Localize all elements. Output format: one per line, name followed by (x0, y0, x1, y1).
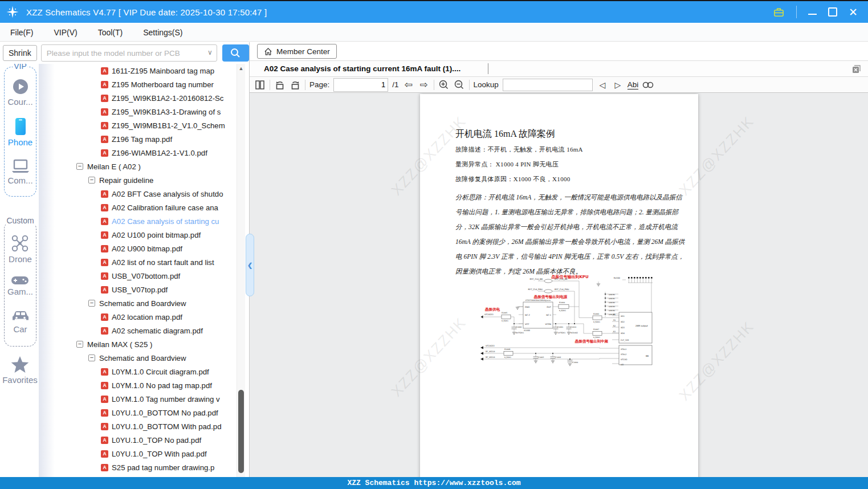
tree-item[interactable]: AA02 schematic diagram.pdf (40, 324, 237, 337)
tree-node[interactable]: −Schematic and Boardview (40, 296, 237, 310)
tree-node[interactable]: −Schematic and Boardview (40, 351, 237, 365)
scroll-up-icon[interactable]: ▲ (237, 66, 245, 71)
tree-item[interactable]: AZ196-WIAMB1A2-1-V1.0.pdf (40, 146, 237, 160)
sidebar-item-drone[interactable]: Drone (9, 234, 32, 264)
collapse-minus-icon[interactable]: − (88, 300, 95, 307)
pdf-file-icon: A (101, 396, 108, 403)
tree-item-label: A02 schematic diagram.pdf (112, 327, 203, 335)
tree-item[interactable]: AA02 Calibration failure case ana (40, 201, 237, 214)
tree-item-label: Z196 Tag map.pdf (112, 135, 172, 144)
collapse-minus-icon[interactable]: − (76, 341, 83, 348)
minimize-icon[interactable] (808, 14, 817, 15)
highlight-all-icon[interactable] (642, 79, 654, 91)
schematic-label: C1003 (538, 356, 544, 358)
tree-item[interactable]: AUSB_V07top.pdf (40, 283, 237, 296)
sidebar-item-phone[interactable]: Phone (8, 117, 32, 147)
double-page-icon[interactable] (254, 79, 266, 91)
sidebar-item-com[interactable]: Com... (7, 158, 32, 185)
tree-node[interactable]: −Meilan MAX ( S25 ) (40, 337, 237, 351)
schematic-label: GND (525, 306, 529, 308)
lookup-input[interactable] (503, 79, 593, 91)
menu-item-settingss[interactable]: Settings(S) (143, 28, 182, 37)
tree-node[interactable]: −Repair guideline (40, 173, 237, 187)
tree-item[interactable]: AA02 U900 bitmap.pdf (40, 242, 237, 255)
menu-item-vipv[interactable]: VIP(V) (54, 28, 77, 37)
schematic-label: GND-B4 (609, 309, 615, 312)
title-bar: XZZ Schematics V4.77 [ VIP Due date: 202… (0, 0, 868, 23)
collapse-minus-icon[interactable]: − (88, 177, 95, 184)
tree-item[interactable]: AA02 Case analysis of starting cu (40, 214, 237, 228)
search-icon (230, 47, 241, 59)
maximize-icon[interactable] (828, 7, 837, 17)
tree-item-label: A02 U100 point bitmap.pdf (112, 231, 201, 239)
tree-item[interactable]: AS25 pad tag number drawing.p (40, 461, 237, 474)
pdf-viewer[interactable]: 开机电流 16mA 故障案例 故障描述：不开机，无触发，开机电流 16mA 量测… (250, 93, 868, 477)
tree-item[interactable]: AL0YU.1.0_BOTTOM With pad.pd (40, 419, 237, 433)
schematic-label: XT25F2K06DIACDMUKysxxx (525, 299, 551, 301)
tree-item[interactable]: A1611-Z195 Mainboard tag map (40, 64, 237, 78)
tree-item[interactable]: AZ195_WI9KB1A2-1-20160812-Sc (40, 91, 237, 105)
zoom-in-icon[interactable] (438, 79, 450, 91)
briefcase-icon[interactable] (773, 6, 785, 18)
tree-item[interactable]: AL0YM.1.0 No pad tag map.pdf (40, 378, 237, 392)
search-button[interactable] (222, 44, 249, 62)
schematic-label: 0_R201 (502, 320, 508, 322)
tree-item[interactable]: AL0YM.1.0 Tag number drawing v (40, 392, 237, 406)
panel-collapse-handle[interactable]: ❮ (246, 234, 254, 296)
menu-item-filef[interactable]: File(F) (10, 28, 33, 37)
collapse-minus-icon[interactable]: − (76, 163, 83, 170)
tree-item[interactable]: AZ195_WI9MB1B1-2_V1.0_Schem (40, 119, 237, 132)
match-case-icon[interactable]: Abi (627, 80, 639, 89)
pdf-file-icon: A (101, 437, 108, 444)
tree-node[interactable]: −Meilan E ( A02 ) (40, 160, 237, 173)
tab-active[interactable]: A02 Case analysis of starting current 16… (264, 64, 461, 73)
lookup-label: Lookup (474, 80, 499, 89)
tree-scrollbar-thumb[interactable] (238, 390, 244, 473)
shrink-button[interactable]: Shrink (3, 45, 37, 61)
member-center-button[interactable]: Member Center (257, 44, 337, 59)
sidebar-item-label: Phone (8, 137, 32, 147)
tree-item[interactable]: AL0YU.1.0_TOP With pad.pdf (40, 447, 237, 461)
tree-item[interactable]: AA02 U100 point bitmap.pdf (40, 228, 237, 242)
tree-item-label: L0YU.1.0_TOP No pad.pdf (112, 436, 201, 445)
sidebar-item-cour[interactable]: Cour... (7, 78, 32, 107)
tree-item[interactable]: AZ195_WI9KB1A3-1-Drawing of s (40, 105, 237, 119)
pdf-file-icon: A (101, 108, 108, 116)
tree-scrollbar[interactable]: ▲ (237, 64, 245, 477)
tree-item-label: 1611-Z195 Mainboard tag map (112, 67, 214, 75)
find-prev-icon[interactable]: ◁ (597, 79, 608, 91)
prev-page-icon[interactable]: ⇦ (403, 79, 414, 91)
menu-item-toolt[interactable]: Tool(T) (98, 28, 123, 37)
tree-item[interactable]: AA02 list of no start fault and list (40, 255, 237, 269)
tree-item[interactable]: AL0YU.1.0_BOTTOM No pad.pdf (40, 406, 237, 419)
star-icon (10, 356, 30, 374)
tree-item[interactable]: AL0YU.1.0_TOP No pad.pdf (40, 433, 237, 447)
sidebar-item-favorites[interactable]: Favorites (0, 356, 40, 385)
rotate-right-icon[interactable] (290, 79, 301, 91)
tree-item[interactable]: AA02 BFT Case analysis of shutdo (40, 187, 237, 201)
tree-item[interactable]: AA02 location map.pdf (40, 310, 237, 324)
find-next-icon[interactable]: ▷ (612, 79, 624, 91)
schematic-label: 9nFR201 (516, 332, 524, 334)
close-icon[interactable]: ✕ (849, 7, 858, 18)
sidebar-item-gam[interactable]: Gam... (7, 276, 33, 296)
next-page-icon[interactable]: ⇨ (418, 79, 430, 91)
tree-item[interactable]: AUSB_V07bottom.pdf (40, 269, 237, 283)
page-number-input[interactable] (333, 78, 388, 92)
model-search-input[interactable] (41, 44, 217, 62)
tree-item[interactable]: AZ195 Motherboard tag number (40, 78, 237, 91)
file-tree: A1611-Z195 Mainboard tag mapAZ195 Mother… (40, 64, 237, 477)
schematic-label: RFC_CLK_PMU (528, 288, 543, 291)
pdf-toolbar: Page: /1 ⇦ ⇨ Lookup ◁ ▷ Abi (250, 77, 868, 93)
rotate-left-icon[interactable] (274, 79, 286, 91)
tree-item[interactable]: AZ196 Tag map.pdf (40, 132, 237, 146)
tree-item-label: L0YU.1.0_TOP With pad.pdf (112, 450, 207, 458)
sidebar-item-car[interactable]: Car (11, 309, 30, 334)
zoom-out-icon[interactable] (454, 79, 465, 91)
collapse-minus-icon[interactable]: − (88, 354, 95, 361)
chevron-down-icon[interactable]: ∨ (207, 48, 213, 56)
close-tab-icon[interactable] (851, 64, 862, 74)
tree-item[interactable]: AL0YM.1.0 Circuit diagram.pdf (40, 365, 237, 378)
schematic-label: C1016 (570, 326, 576, 328)
schematic-label: VTCXO33 (484, 313, 494, 316)
